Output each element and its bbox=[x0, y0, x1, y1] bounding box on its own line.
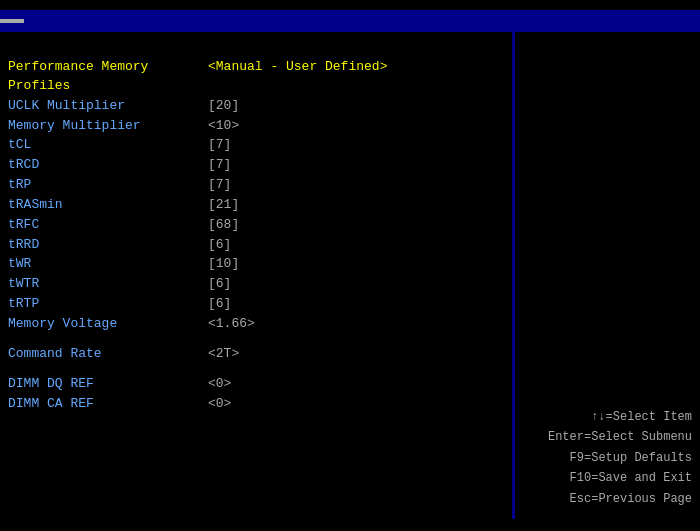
config-value-8: [6] bbox=[208, 236, 231, 255]
config-label-0: Performance Memory Profiles bbox=[8, 58, 208, 96]
config-value-10: [6] bbox=[208, 275, 231, 294]
config-label-6: tRASmin bbox=[8, 196, 208, 215]
config-value-11: [6] bbox=[208, 295, 231, 314]
spacer-15 bbox=[8, 365, 504, 375]
config-label-2: Memory Multiplier bbox=[8, 117, 208, 136]
config-value-6: [21] bbox=[208, 196, 239, 215]
title-bar bbox=[0, 0, 700, 10]
help-line-3: F10=Save and Exit bbox=[523, 468, 692, 488]
left-panel: Performance Memory Profiles<Manual - Use… bbox=[0, 32, 512, 519]
config-row-5: tRP[7] bbox=[8, 176, 504, 195]
config-label-3: tCL bbox=[8, 136, 208, 155]
config-row-6: tRASmin[21] bbox=[8, 196, 504, 215]
spacer-13 bbox=[8, 335, 504, 345]
config-label-8: tRRD bbox=[8, 236, 208, 255]
config-row-2: Memory Multiplier<10> bbox=[8, 117, 504, 136]
right-panel: ↑↓=Select ItemEnter=Select SubmenuF9=Set… bbox=[515, 32, 700, 519]
main-content: Performance Memory Profiles<Manual - Use… bbox=[0, 32, 700, 519]
help-line-2: F9=Setup Defaults bbox=[523, 448, 692, 468]
config-row-3: tCL[7] bbox=[8, 136, 504, 155]
config-label-11: tRTP bbox=[8, 295, 208, 314]
help-line-4: Esc=Previous Page bbox=[523, 489, 692, 509]
config-label-1: UCLK Multiplier bbox=[8, 97, 208, 116]
config-value-9: [10] bbox=[208, 255, 239, 274]
config-row-11: tRTP[6] bbox=[8, 295, 504, 314]
help-line-0: ↑↓=Select Item bbox=[523, 407, 692, 427]
config-label-4: tRCD bbox=[8, 156, 208, 175]
tab-performance[interactable] bbox=[0, 19, 24, 23]
config-value-0: <Manual - User Defined> bbox=[208, 58, 387, 96]
config-rows: Performance Memory Profiles<Manual - Use… bbox=[8, 58, 504, 413]
config-value-4: [7] bbox=[208, 156, 231, 175]
config-row-12: Memory Voltage<1.66> bbox=[8, 315, 504, 334]
config-value-17: <0> bbox=[208, 395, 231, 414]
config-label-14: Command Rate bbox=[8, 345, 208, 364]
config-row-16: DIMM DQ REF<0> bbox=[8, 375, 504, 394]
config-label-5: tRP bbox=[8, 176, 208, 195]
config-value-12: <1.66> bbox=[208, 315, 255, 334]
config-label-17: DIMM CA REF bbox=[8, 395, 208, 414]
config-value-3: [7] bbox=[208, 136, 231, 155]
config-row-10: tWTR[6] bbox=[8, 275, 504, 294]
config-row-7: tRFC[68] bbox=[8, 216, 504, 235]
config-label-12: Memory Voltage bbox=[8, 315, 208, 334]
config-row-1: UCLK Multiplier[20] bbox=[8, 97, 504, 116]
config-row-8: tRRD[6] bbox=[8, 236, 504, 255]
tab-bar bbox=[0, 10, 700, 32]
config-label-9: tWR bbox=[8, 255, 208, 274]
config-row-17: DIMM CA REF<0> bbox=[8, 395, 504, 414]
config-value-14: <2T> bbox=[208, 345, 239, 364]
config-row-0: Performance Memory Profiles<Manual - Use… bbox=[8, 58, 504, 96]
config-value-5: [7] bbox=[208, 176, 231, 195]
config-label-7: tRFC bbox=[8, 216, 208, 235]
help-line-1: Enter=Select Submenu bbox=[523, 427, 692, 447]
config-label-10: tWTR bbox=[8, 275, 208, 294]
config-value-2: <10> bbox=[208, 117, 239, 136]
config-row-14: Command Rate<2T> bbox=[8, 345, 504, 364]
help-text: ↑↓=Select ItemEnter=Select SubmenuF9=Set… bbox=[523, 407, 692, 509]
config-label-16: DIMM DQ REF bbox=[8, 375, 208, 394]
config-value-16: <0> bbox=[208, 375, 231, 394]
config-row-4: tRCD[7] bbox=[8, 156, 504, 175]
config-value-1: [20] bbox=[208, 97, 239, 116]
config-row-9: tWR[10] bbox=[8, 255, 504, 274]
config-value-7: [68] bbox=[208, 216, 239, 235]
